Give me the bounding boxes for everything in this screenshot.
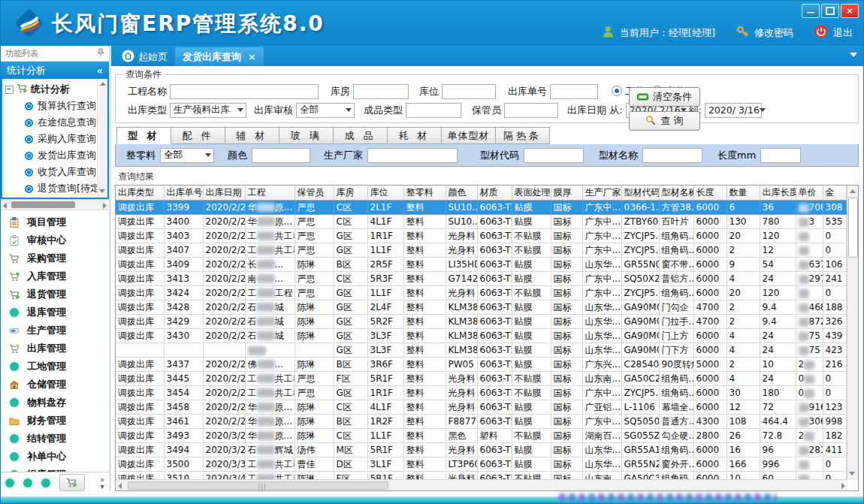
tree-item[interactable]: 发货出库查询 — [5, 147, 107, 164]
tree-item[interactable]: 收货入库查询 — [5, 164, 107, 180]
tree-item[interactable]: 在途信息查询[待 — [5, 114, 107, 131]
project-name-input[interactable] — [170, 84, 319, 99]
table-row[interactable]: 调拨出库33992020/2/25华原...严思C区2L1F整料SU10...6… — [116, 201, 846, 215]
column-header[interactable]: 数量 — [727, 186, 760, 201]
table-row[interactable]: 调拨出库34582020/2/28华原...陈琳C区4L1F整料光身料6063-… — [116, 400, 846, 415]
column-header[interactable]: 保管员 — [295, 186, 334, 201]
tab-active[interactable]: 发货出库查询× — [175, 47, 264, 66]
sidebar-menu-item[interactable]: 生产管理 — [1, 321, 109, 340]
table-row[interactable]: 调拨出库34302020/2/26石城陈琳G区3L3F整料KLM38176063… — [116, 329, 846, 343]
logout-link[interactable]: 退出 — [833, 26, 853, 40]
close-button[interactable]: × — [841, 4, 859, 18]
whole-part-dropdown[interactable]: 全部 — [160, 148, 214, 163]
scrollbar-thumb[interactable]: ||| — [128, 481, 388, 490]
sidebar-menu-item[interactable]: 出库管理 — [1, 340, 109, 358]
scrollbar-thumb[interactable] — [848, 198, 858, 258]
scroll-up-icon[interactable] — [100, 82, 106, 86]
table-row[interactable]: 调拨出库34072020/2/25工共工程严思G区1L1F整料光身料6063-T… — [116, 243, 846, 258]
column-header[interactable]: 型材代码 — [621, 186, 659, 201]
sidebar-group-header[interactable]: 统计分析 « — [1, 62, 109, 79]
date-to-dropdown[interactable]: 2020/ 3/16 — [705, 103, 762, 118]
sidebar-menu-item[interactable]: 工地管理 — [1, 358, 109, 376]
material-tab[interactable]: 玻 璃 — [279, 127, 334, 144]
sidebar-menu-item[interactable]: 退货管理 — [1, 285, 109, 303]
sidebar-menu-item[interactable]: 补单中心 — [1, 448, 109, 466]
column-header[interactable]: 型材名称 — [659, 186, 693, 201]
length-input[interactable] — [760, 148, 801, 163]
tree-item[interactable]: 退货查询[待定] — [5, 180, 107, 197]
table-row[interactable]: 调拨出库34132020/2/26南...严思C区5R3F整料G71422606… — [116, 272, 846, 286]
table-row[interactable]: 调拨出库34932020/3/2华原...陈琳C区1L1F整料黑色塑料不贴膜国标… — [116, 429, 846, 443]
collapse-icon[interactable]: « — [96, 65, 103, 77]
manufacturer-input[interactable] — [367, 148, 458, 163]
column-header[interactable]: 工程 — [245, 186, 295, 201]
column-header[interactable]: 生产厂家 — [582, 186, 621, 201]
column-header[interactable]: 出库长度 — [760, 186, 796, 201]
warehouse-input[interactable] — [353, 84, 409, 99]
table-row[interactable]: 调拨出库34092020/2/25长...陈琳B区2R5F整料LI35HD606… — [116, 258, 846, 272]
scroll-left-icon[interactable] — [118, 483, 122, 489]
dot-icon[interactable] — [23, 478, 32, 487]
table-row[interactable]: 调拨出库34942020/3/2石辉城汤伟M区5R1F整料光身料6063-T5贴… — [116, 443, 846, 457]
tree-vertical-scrollbar[interactable] — [97, 79, 107, 198]
tab-overflow-icon[interactable] — [850, 53, 857, 57]
material-tab[interactable]: 配 件 — [171, 127, 225, 144]
change-password-link[interactable]: 修改密码 — [754, 26, 793, 40]
tree-expander-icon[interactable] — [5, 86, 14, 94]
audit-dropdown[interactable]: 全部 — [296, 103, 355, 118]
product-type-input[interactable] — [406, 103, 461, 118]
maximize-button[interactable] — [821, 4, 839, 18]
table-row[interactable]: 调拨出库34242020/2/26工工程严思G区1L1F整料光身料6063-T5… — [116, 286, 846, 300]
column-header[interactable]: 单价 — [796, 186, 823, 201]
minimize-button[interactable]: — — [802, 4, 820, 18]
table-row[interactable]: 调拨出库34542020/2/28工共工程严思G区1R1F整料光身料6063-T… — [116, 386, 846, 400]
sidebar-menu-item[interactable]: 采购管理 — [1, 249, 109, 267]
column-header[interactable]: 金 — [823, 186, 846, 201]
material-tab[interactable]: 单体型材 — [442, 127, 496, 144]
sidebar-menu-item[interactable]: 审核中心 — [1, 231, 109, 249]
keeper-input[interactable] — [504, 103, 558, 118]
out-type-dropdown[interactable]: 生产领料出库 — [170, 103, 246, 118]
table-row[interactable]: 调拨出库34002020/2/25华原...严思C区4L1F整料SU10...6… — [116, 215, 846, 229]
search-button[interactable]: 查 询 — [629, 111, 700, 131]
table-row[interactable]: G区3L3F整料KLM38176063-T5贴膜国标山东华...GA90M09.… — [116, 343, 846, 358]
scroll-down-icon[interactable] — [849, 472, 855, 475]
scroll-right-icon[interactable] — [103, 203, 107, 209]
column-header[interactable]: 出库单号 — [164, 186, 203, 201]
tab-close-icon[interactable]: × — [248, 51, 256, 62]
sidebar-menu-item[interactable]: 入库管理 — [1, 267, 109, 285]
scroll-up-icon[interactable] — [850, 189, 856, 193]
sidebar-menu-item[interactable]: 财务管理 — [1, 412, 109, 430]
scrollbar-thumb[interactable] — [11, 201, 75, 208]
column-header[interactable]: 出库日期 — [203, 186, 245, 201]
profile-name-input[interactable] — [642, 148, 702, 163]
material-tab[interactable]: 隔热条 — [496, 127, 550, 144]
material-tab[interactable]: 型 材 — [116, 127, 171, 144]
sidebar-menu-item[interactable]: 项目管理 — [1, 213, 109, 231]
pin-icon[interactable] — [97, 48, 104, 59]
column-header[interactable]: 长度 — [693, 186, 727, 201]
dot-icon[interactable] — [41, 478, 50, 487]
location-input[interactable] — [442, 84, 496, 99]
grid-horizontal-scrollbar[interactable]: ||| — [116, 479, 847, 490]
material-tab[interactable]: 辅 材 — [225, 127, 279, 144]
color-input[interactable] — [252, 148, 310, 163]
column-header[interactable]: 材质 — [477, 186, 512, 201]
column-header[interactable]: 膜厚 — [551, 186, 582, 201]
scroll-down-icon[interactable] — [99, 189, 105, 193]
table-row[interactable]: 调拨出库34612020/2/28华原...陈琳B区1R2F整料F8877FT6… — [116, 415, 846, 429]
sidebar-menu-item[interactable]: 结转管理 — [1, 430, 109, 448]
column-header[interactable]: 颜色 — [446, 186, 477, 201]
column-header[interactable]: 整零料 — [403, 186, 446, 201]
cart-button[interactable] — [59, 474, 85, 491]
column-header[interactable]: 库房 — [334, 186, 367, 201]
column-header[interactable]: 表面处理 — [512, 186, 551, 201]
sidebar-menu-item[interactable]: 仓储管理 — [1, 376, 109, 394]
material-tab[interactable]: 耗 材 — [388, 127, 442, 144]
tree-root-stats-analysis[interactable]: 统计分析 — [5, 81, 107, 98]
material-tab[interactable]: 成 品 — [334, 127, 388, 144]
dot-icon[interactable] — [5, 478, 14, 487]
column-header[interactable]: 库位 — [367, 186, 403, 201]
table-row[interactable]: 调拨出库34282020/2/26石城陈琳G区2L4F整料KLM38176063… — [116, 300, 846, 315]
order-no-input[interactable] — [550, 84, 598, 99]
